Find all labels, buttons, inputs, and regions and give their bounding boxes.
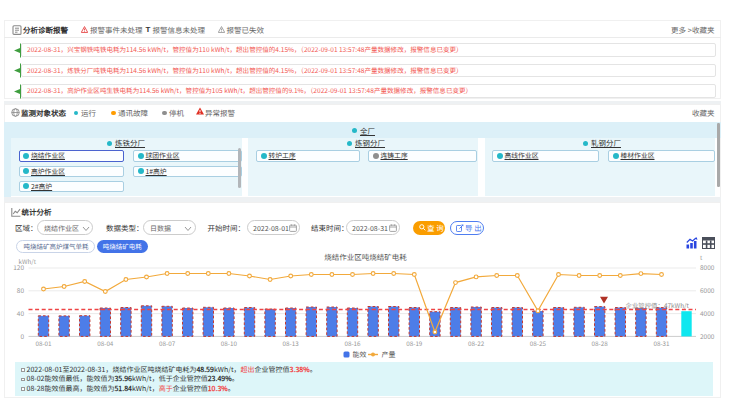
svg-text:能效: 能效 [353,349,367,359]
svg-text:t: t [700,253,703,262]
svg-text:产量: 产量 [382,349,396,359]
svg-text:8000: 8000 [700,262,715,272]
svg-text:0: 0 [20,331,24,341]
svg-text:08-10: 08-10 [221,339,238,348]
svg-text:08-31: 08-31 [653,339,670,348]
svg-text:6000: 6000 [700,285,715,295]
svg-text:企业管控值：47kWh/t: 企业管控值：47kWh/t [626,301,690,310]
svg-text:08-01: 08-01 [35,339,52,348]
svg-text:08-22: 08-22 [468,339,485,348]
svg-text:40: 40 [17,308,25,318]
svg-text:4000: 4000 [700,308,715,318]
svg-text:80: 80 [17,285,25,295]
svg-text:08-07: 08-07 [159,339,176,348]
svg-text:2000: 2000 [700,331,715,341]
svg-text:08-16: 08-16 [344,339,361,348]
svg-text:08-25: 08-25 [530,339,547,348]
svg-text:08-28: 08-28 [592,339,609,348]
svg-text:08-04: 08-04 [97,339,114,348]
svg-text:烧结作业区吨烧结矿电耗: 烧结作业区吨烧结矿电耗 [324,251,407,262]
svg-text:08-13: 08-13 [283,339,300,348]
svg-text:kWh/t: kWh/t [19,257,37,266]
svg-text:08-19: 08-19 [406,339,423,348]
